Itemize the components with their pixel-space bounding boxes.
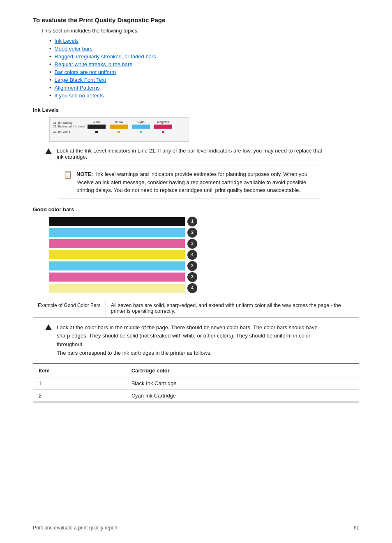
table-header-cartridge-color: Cartridge color xyxy=(126,364,359,377)
color-bar-row-2: 2 xyxy=(49,228,197,238)
look-triangle-icon xyxy=(45,324,52,330)
toc-link-white-streaks[interactable]: Regular white streaks in the bars xyxy=(55,61,132,67)
color-bar-row-4: 4 xyxy=(49,250,197,260)
toc-item-3: Ragged, irregularly streaked, or faded b… xyxy=(49,53,359,60)
table-cell-color-1: Black Ink Cartridge xyxy=(126,377,359,389)
toc-item-2: Good color bars xyxy=(49,46,359,52)
toc-link-no-defects[interactable]: If you see no defects xyxy=(55,92,104,99)
look-text: Look at the color bars in the middle of … xyxy=(57,323,324,358)
color-bar-magenta2 xyxy=(49,273,185,282)
color-bars-example-label: Example of Good Color Bars xyxy=(33,299,106,317)
color-bars-example-desc: All seven bars are solid, sharp-edged, a… xyxy=(106,299,359,317)
table-row: 2 Cyan Ink Cartridge xyxy=(33,389,359,402)
warning-triangle-icon xyxy=(45,148,52,154)
toc-link-ragged[interactable]: Ragged, irregularly streaked, or faded b… xyxy=(55,53,156,60)
ink-levels-warning-block: Look at the Ink Level indicators in Line… xyxy=(45,148,359,160)
bar-number-1: 1 xyxy=(187,217,197,226)
note-text: Ink level warnings and indicators provid… xyxy=(76,171,307,193)
color-bar-black xyxy=(49,217,185,226)
toc-link-not-uniform[interactable]: Bar colors are not uniform xyxy=(55,69,116,75)
table-header-item: Item xyxy=(33,364,126,377)
color-bars-example-table: Example of Good Color Bars All seven bar… xyxy=(33,299,359,318)
ink-levels-heading: Ink Levels xyxy=(33,107,359,113)
color-bar-row-3: 3 xyxy=(49,239,197,249)
color-bar-cyan xyxy=(49,228,185,237)
toc-item-5: Bar colors are not uniform xyxy=(49,69,359,75)
bar-number-4: 4 xyxy=(187,250,197,260)
page-number: 61 xyxy=(354,525,359,531)
footer-bar: Print and evaluate a print quality repor… xyxy=(0,525,392,531)
look-block: Look at the color bars in the middle of … xyxy=(45,323,359,358)
intro-text: This section includes the following topi… xyxy=(41,28,359,34)
footer-left-text: Print and evaluate a print quality repor… xyxy=(33,525,118,531)
toc-link-ink-levels[interactable]: Ink Levels xyxy=(55,38,79,44)
toc-item-8: If you see no defects xyxy=(49,92,359,99)
ink-levels-warning-text: Look at the Ink Level indicators in Line… xyxy=(57,148,324,160)
bar-number-3: 3 xyxy=(187,239,197,249)
table-row: 1 Black Ink Cartridge xyxy=(33,377,359,389)
bar-number-2: 2 xyxy=(187,228,197,238)
color-bar-row-6: 3 xyxy=(49,272,197,282)
color-bar-row-1: 1 xyxy=(49,217,197,226)
note-box: 📋 NOTE: Ink level warnings and indicator… xyxy=(58,166,321,199)
table-cell-color-2: Cyan Ink Cartridge xyxy=(126,389,359,402)
bar-number-7: 4 xyxy=(187,283,197,293)
color-bar-yellow xyxy=(49,250,185,259)
color-bar-yellow2 xyxy=(49,284,185,293)
color-bar-row-7: 4 xyxy=(49,283,197,293)
bar-number-5: 2 xyxy=(187,261,197,271)
toc-item-4: Regular white streaks in the bars xyxy=(49,61,359,67)
note-icon: 📋 xyxy=(63,170,72,179)
cartridge-table: Item Cartridge color 1 Black Ink Cartrid… xyxy=(33,363,359,402)
good-color-bars-heading: Good color bars xyxy=(33,206,359,213)
color-bars-diagram: 1 2 3 4 2 3 4 xyxy=(49,217,197,293)
bar-number-6: 3 xyxy=(187,272,197,282)
note-content: NOTE: Ink level warnings and indicators … xyxy=(76,170,315,194)
toc-item-1: Ink Levels xyxy=(49,38,359,44)
note-label: NOTE: xyxy=(76,171,93,177)
table-cell-item-2: 2 xyxy=(33,389,126,402)
toc-link-good-color-bars[interactable]: Good color bars xyxy=(55,46,93,52)
toc-list: Ink Levels Good color bars Ragged, irreg… xyxy=(49,38,359,99)
toc-link-alignment[interactable]: Alignment Patterns xyxy=(55,85,100,91)
page-heading: To evaluate the Print Quality Diagnostic… xyxy=(33,16,359,23)
table-cell-item-1: 1 xyxy=(33,377,126,389)
toc-item-6: Large Black Font Text xyxy=(49,77,359,83)
color-bar-row-5: 2 xyxy=(49,261,197,271)
color-bar-cyan2 xyxy=(49,261,185,270)
toc-item-7: Alignment Patterns xyxy=(49,85,359,91)
ink-levels-image: 21. Ink Supply:21. Estimated Ink Level B… xyxy=(49,117,189,142)
toc-link-large-black-font[interactable]: Large Black Font Text xyxy=(55,77,106,83)
color-bar-magenta xyxy=(49,239,185,248)
